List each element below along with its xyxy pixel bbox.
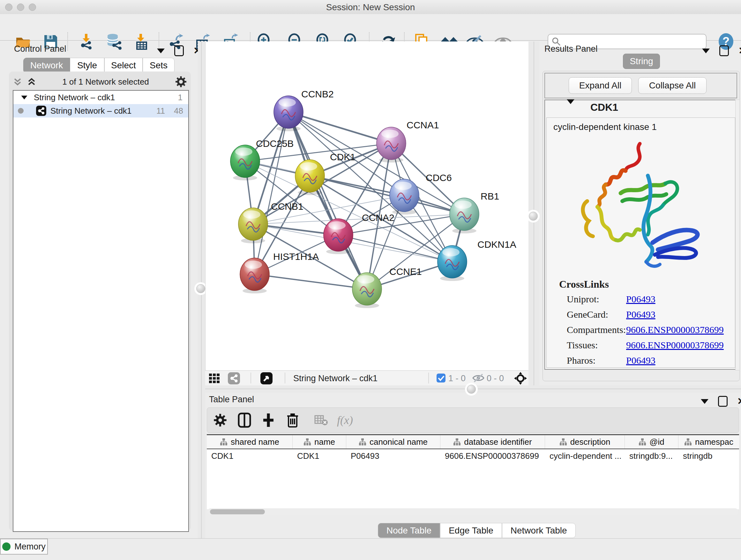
network-graph[interactable]: CCNB2CCNA1CDC25BCDK1CDC6RB1CCNB1CCNA2CDK… xyxy=(205,42,529,370)
column-header-description[interactable]: description xyxy=(545,435,625,449)
column-type-icon xyxy=(453,438,461,446)
crosslink-label: Uniprot: xyxy=(567,294,599,304)
column-label: name xyxy=(314,437,335,447)
cell-shared-name[interactable]: CDK1 xyxy=(207,449,293,462)
tab-style[interactable]: Style xyxy=(70,58,105,73)
birdseye-view-button[interactable] xyxy=(260,372,273,386)
network-row[interactable]: String Network – cdk1 11 48 xyxy=(13,104,188,118)
collection-expand-icon[interactable] xyxy=(21,96,27,99)
gear-icon[interactable] xyxy=(175,76,187,88)
collapse-panel-icon[interactable] xyxy=(702,49,710,53)
tab-select[interactable]: Select xyxy=(105,58,143,73)
table-row[interactable]: CDK1 CDK1 P06493 9606.ENSP00000378699 cy… xyxy=(207,449,739,462)
cell-namespace[interactable]: stringdb xyxy=(678,449,739,462)
network-node-label-HIST1H1A: HIST1H1A xyxy=(273,251,319,262)
hidden-eye-icon xyxy=(472,373,485,383)
memory-button[interactable]: Memory xyxy=(0,539,48,555)
window-titlebar: Session: New Session xyxy=(0,0,741,14)
network-node-label-CCNB2: CCNB2 xyxy=(301,89,334,99)
tab-sets[interactable]: Sets xyxy=(143,58,175,73)
column-header-namespace[interactable]: namespac xyxy=(678,435,739,449)
column-type-icon xyxy=(359,438,366,446)
collapse-all-label: Collapse All xyxy=(649,80,696,91)
left-splitter-handle[interactable] xyxy=(196,284,205,293)
close-panel-icon[interactable]: ✕ xyxy=(737,397,741,406)
share-view-icon xyxy=(227,372,240,385)
tab-string[interactable]: String xyxy=(623,54,660,69)
float-panel-icon[interactable] xyxy=(718,396,728,407)
column-header-database-identifier[interactable]: database identifier xyxy=(441,435,545,449)
show-columns-button[interactable] xyxy=(235,411,253,429)
collapse-all-icon[interactable] xyxy=(13,77,22,86)
network-node-label-CCNA1: CCNA1 xyxy=(407,120,439,130)
network-node-label-CDK1: CDK1 xyxy=(330,152,355,162)
control-panel-title: Control Panel xyxy=(14,44,66,54)
network-collection-row[interactable]: String Network – cdk1 1 xyxy=(13,91,188,104)
float-panel-icon[interactable] xyxy=(719,45,729,56)
expand-all-button[interactable]: Expand All xyxy=(569,77,632,94)
cell-canonical-name[interactable]: P06493 xyxy=(346,449,441,462)
float-panel-icon[interactable] xyxy=(174,45,184,56)
function-builder-button[interactable]: f(x) xyxy=(332,411,358,429)
column-header-shared-name[interactable]: shared name xyxy=(207,435,293,449)
scrollbar-thumb[interactable] xyxy=(210,509,265,514)
tab-edge-table[interactable]: Edge Table xyxy=(440,523,502,538)
network-edge-HIST1H1A-CCNE1[interactable] xyxy=(255,274,367,289)
collection-count: 1 xyxy=(178,92,183,103)
right-splitter[interactable] xyxy=(529,42,539,386)
selected-checkbox[interactable] xyxy=(436,373,446,384)
hidden-toggle[interactable] xyxy=(472,373,485,384)
tab-string-label: String xyxy=(630,56,653,66)
collapse-panel-icon[interactable] xyxy=(157,49,165,53)
results-panel-window-controls[interactable]: ✕ xyxy=(702,45,741,56)
add-column-button[interactable] xyxy=(259,411,277,429)
expand-all-icon[interactable] xyxy=(27,77,37,86)
selected-counts: 1 - 0 xyxy=(448,374,466,383)
column-header-name[interactable]: name xyxy=(293,435,346,449)
network-edge-CCNB2-CCNE1[interactable] xyxy=(288,112,367,289)
cell-name[interactable]: CDK1 xyxy=(293,449,346,462)
delete-column-button[interactable] xyxy=(284,411,301,429)
crosslink-pharos-link[interactable]: P06493 xyxy=(626,355,656,366)
column-header-id[interactable]: @id xyxy=(625,435,678,449)
column-label: canonical name xyxy=(369,437,428,447)
table-horizontal-scrollbar[interactable] xyxy=(207,508,738,515)
delete-table-button[interactable] xyxy=(313,411,330,429)
fit-content-button[interactable] xyxy=(514,371,528,387)
tab-node-table[interactable]: Node Table xyxy=(378,523,440,538)
collapse-panel-icon[interactable] xyxy=(701,399,709,404)
crosslink-genecard-link[interactable]: P06493 xyxy=(626,309,656,320)
column-label: @id xyxy=(650,437,664,447)
horizontal-splitter-handle[interactable] xyxy=(467,385,476,394)
tab-network-table[interactable]: Network Table xyxy=(502,523,576,538)
crosslink-compartments-link[interactable]: 9606.ENSP00000378699 xyxy=(626,324,724,335)
cell-database-identifier[interactable]: 9606.ENSP00000378699 xyxy=(441,449,545,462)
grid-icon xyxy=(208,373,222,384)
tab-network[interactable]: Network xyxy=(23,58,70,73)
results-scrollbar[interactable] xyxy=(735,100,740,370)
crosslink-uniprot-link[interactable]: P06493 xyxy=(626,294,656,305)
network-share-view-button[interactable] xyxy=(227,372,240,386)
horizontal-splitter[interactable] xyxy=(205,385,741,393)
network-edge-CCNB2-HIST1H1A[interactable] xyxy=(255,112,288,274)
cell-description[interactable]: cyclin-dependent ... xyxy=(545,449,625,462)
column-label: shared name xyxy=(231,437,279,447)
network-edge-CCNB2-CCNA1[interactable] xyxy=(288,112,391,143)
crosslink-tissues-link[interactable]: 9606.ENSP00000378699 xyxy=(626,340,724,351)
right-splitter-handle[interactable] xyxy=(529,212,538,221)
left-splitter[interactable] xyxy=(198,42,205,538)
close-panel-icon[interactable]: ✕ xyxy=(738,46,741,55)
column-header-canonical-name[interactable]: canonical name xyxy=(346,435,441,449)
network-canvas[interactable]: CCNB2CCNA1CDC25BCDK1CDC6RB1CCNB1CCNA2CDK… xyxy=(205,42,529,370)
protein-section-collapse-icon[interactable] xyxy=(567,104,575,110)
tab-network-table-label: Network Table xyxy=(511,525,567,536)
control-panel-window-controls[interactable]: ✕ xyxy=(157,45,201,56)
crosslink-label: GeneCard: xyxy=(567,309,608,320)
table-settings-button[interactable] xyxy=(211,411,229,429)
table-panel-window-controls[interactable]: ✕ xyxy=(701,396,741,407)
toolbar-separator xyxy=(251,373,251,383)
collapse-all-button[interactable]: Collapse All xyxy=(638,77,706,94)
cell-id[interactable]: stringdb:9... xyxy=(625,449,678,462)
network-edge-CCNA2-CDKN1A[interactable] xyxy=(338,235,452,262)
grid-view-button[interactable] xyxy=(208,373,222,385)
